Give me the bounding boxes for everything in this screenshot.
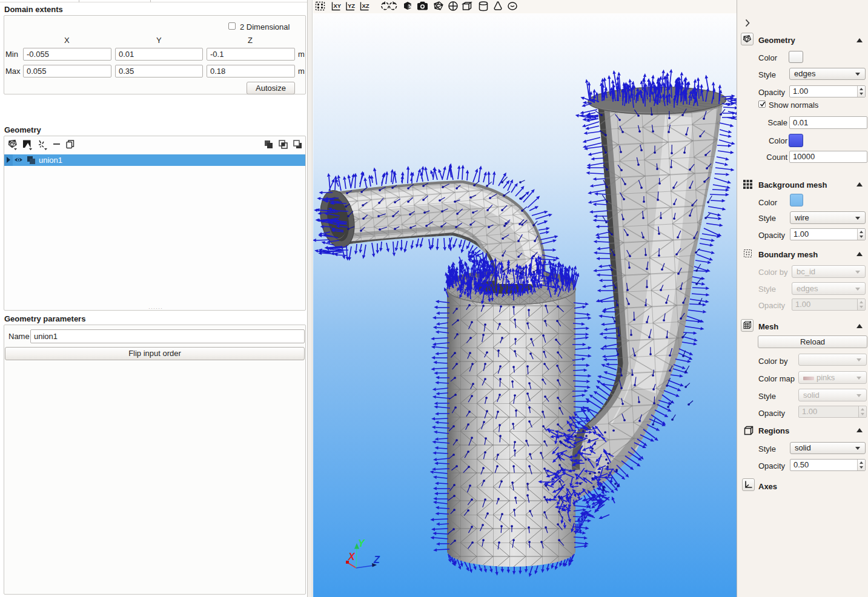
svg-text:Y: Y [358,538,365,549]
svg-text:Z: Z [373,555,380,565]
svg-text:YZ: YZ [348,2,355,9]
svg-text:XY: XY [334,2,342,9]
svg-text:XZ: XZ [362,2,369,9]
svg-text:X: X [348,552,356,562]
